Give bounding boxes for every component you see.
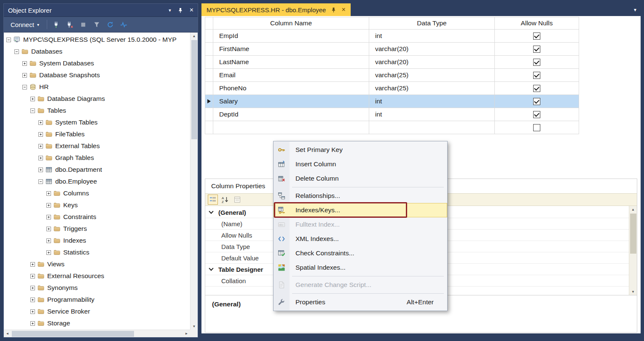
expand-icon[interactable] xyxy=(30,262,35,267)
column-name-cell[interactable]: PhoneNo xyxy=(213,82,369,95)
expand-icon[interactable] xyxy=(46,191,51,196)
allow-nulls-cell[interactable] xyxy=(495,121,579,134)
allow-nulls-cell[interactable] xyxy=(495,82,579,95)
tree-item-programmability[interactable]: Programmability xyxy=(4,294,189,306)
properties-scrollbar[interactable]: ▲ ▼ xyxy=(629,206,637,295)
data-type-cell[interactable]: int xyxy=(369,108,495,121)
menu-item-check-constraints[interactable]: Check Constraints... xyxy=(274,246,447,260)
row-selector-cell[interactable] xyxy=(205,108,213,121)
column-header-column-name[interactable]: Column Name xyxy=(213,17,369,30)
tree-item-dbo-employee[interactable]: dbo.Employee xyxy=(4,176,189,187)
expand-icon[interactable] xyxy=(30,309,35,314)
expand-icon[interactable] xyxy=(22,73,27,78)
collapse-icon[interactable] xyxy=(22,85,27,89)
expand-icon[interactable] xyxy=(46,215,51,219)
data-type-cell[interactable]: varchar(20) xyxy=(369,43,495,56)
tree-item-databases[interactable]: Databases xyxy=(4,46,189,57)
tree-item-system-tables[interactable]: System Tables xyxy=(4,116,189,128)
grid-row-phoneno[interactable]: PhoneNovarchar(25) xyxy=(205,82,579,95)
allow-nulls-cell[interactable] xyxy=(495,95,579,108)
allow-nulls-checkbox[interactable] xyxy=(533,124,540,131)
row-selector-cell[interactable] xyxy=(205,56,213,69)
column-name-cell[interactable]: LastName xyxy=(213,56,369,69)
column-name-cell[interactable]: EmpId xyxy=(213,30,369,43)
tree-item-database-snapshots[interactable]: Database Snapshots xyxy=(4,69,189,81)
tree-item-external-resources[interactable]: External Resources xyxy=(4,270,189,282)
row-selector-cell[interactable] xyxy=(205,121,213,134)
tree-item-synonyms[interactable]: Synonyms xyxy=(4,282,189,294)
categorized-icon[interactable] xyxy=(208,195,218,205)
allow-nulls-checkbox[interactable] xyxy=(533,72,540,79)
tree-item-filetables[interactable]: FileTables xyxy=(4,128,189,140)
row-selector-cell[interactable] xyxy=(205,82,213,95)
connect-button[interactable]: Connect ▾ xyxy=(7,19,43,30)
menu-item-xml-indexes[interactable]: XML Indexes... xyxy=(274,232,447,246)
expand-icon[interactable] xyxy=(22,61,27,66)
expand-icon[interactable] xyxy=(30,321,35,326)
expand-icon[interactable] xyxy=(46,238,51,243)
column-name-cell[interactable]: DeptId xyxy=(213,108,369,121)
data-type-cell[interactable] xyxy=(369,121,495,134)
column-name-cell[interactable] xyxy=(213,121,369,134)
row-selector-cell[interactable] xyxy=(205,69,213,82)
menu-item-insert-column[interactable]: Insert Column xyxy=(274,157,447,171)
tree-horizontal-scrollbar[interactable]: ◄ ► xyxy=(4,330,190,337)
expand-icon[interactable] xyxy=(46,203,51,208)
allow-nulls-checkbox[interactable] xyxy=(533,46,540,53)
tab-pin-icon[interactable] xyxy=(331,7,336,13)
collapse-icon[interactable] xyxy=(30,108,35,113)
allow-nulls-checkbox[interactable] xyxy=(533,111,540,118)
data-type-cell[interactable]: int xyxy=(369,30,495,43)
tree-item-graph-tables[interactable]: Graph Tables xyxy=(4,152,189,164)
refresh-icon[interactable] xyxy=(105,19,115,30)
menu-item-properties[interactable]: PropertiesAlt+Enter xyxy=(274,295,447,309)
expand-icon[interactable] xyxy=(46,227,51,231)
tree-item-statistics[interactable]: Statistics xyxy=(4,246,189,258)
column-name-cell[interactable]: FirstName xyxy=(213,43,369,56)
collapse-icon[interactable] xyxy=(38,179,43,184)
allow-nulls-checkbox[interactable] xyxy=(533,85,540,92)
collapse-icon[interactable] xyxy=(6,38,11,42)
tree-item-mypc-sqlexpress-sql-server-15-0-2000-myp[interactable]: MYPC\SQLEXPRESS (SQL Server 15.0.2000 - … xyxy=(4,34,189,46)
grid-row-deptid[interactable]: DeptIdint xyxy=(205,108,579,121)
tab-close-icon[interactable]: × xyxy=(341,6,345,13)
scroll-up-arrow-icon[interactable]: ▲ xyxy=(191,32,198,39)
row-selector-cell[interactable] xyxy=(205,43,213,56)
expand-icon[interactable] xyxy=(46,250,51,255)
allow-nulls-cell[interactable] xyxy=(495,108,579,121)
data-type-cell[interactable]: int xyxy=(369,95,495,108)
property-pages-icon[interactable] xyxy=(232,195,242,205)
close-icon[interactable]: × xyxy=(190,7,193,14)
tree-item-views[interactable]: Views xyxy=(4,258,189,270)
scroll-down-arrow-icon[interactable]: ▼ xyxy=(629,288,637,295)
grid-row-salary[interactable]: Salaryint xyxy=(205,95,579,108)
alphabetical-sort-icon[interactable]: AZ xyxy=(220,195,230,205)
expand-icon[interactable] xyxy=(38,144,43,149)
data-type-cell[interactable]: varchar(25) xyxy=(369,69,495,82)
grid-row-new[interactable] xyxy=(205,121,579,134)
grid-row-firstname[interactable]: FirstNamevarchar(20) xyxy=(205,43,579,56)
expand-icon[interactable] xyxy=(30,286,35,290)
tree-item-storage[interactable]: Storage xyxy=(4,317,189,329)
allow-nulls-cell[interactable] xyxy=(495,30,579,43)
menu-item-spatial-indexes[interactable]: Spatial Indexes... xyxy=(274,260,447,275)
scroll-left-arrow-icon[interactable]: ◄ xyxy=(4,330,11,337)
tree-item-external-tables[interactable]: External Tables xyxy=(4,140,189,152)
document-tab[interactable]: MYPC\SQLEXPRESS.HR - dbo.Employee × xyxy=(201,3,351,16)
tree-item-keys[interactable]: Keys xyxy=(4,199,189,211)
allow-nulls-checkbox[interactable] xyxy=(533,59,540,66)
row-selector-cell[interactable] xyxy=(205,95,213,108)
expand-icon[interactable] xyxy=(38,132,43,137)
expand-icon[interactable] xyxy=(38,168,43,172)
expand-icon[interactable] xyxy=(38,120,43,125)
menu-item-set-primary-key[interactable]: Set Primary Key xyxy=(274,143,447,157)
tree-item-database-diagrams[interactable]: Database Diagrams xyxy=(4,93,189,105)
grid-row-empid[interactable]: EmpIdint xyxy=(205,30,579,43)
scroll-up-arrow-icon[interactable]: ▲ xyxy=(629,206,637,213)
column-name-cell[interactable]: Email xyxy=(213,69,369,82)
properties-scrollbar-thumb[interactable] xyxy=(630,214,636,254)
menu-item-relationships[interactable]: Relationships... xyxy=(274,189,447,203)
tree-vertical-scrollbar[interactable]: ▲ ▼ xyxy=(190,32,198,330)
filter-icon[interactable] xyxy=(92,19,102,30)
column-name-cell[interactable]: Salary xyxy=(213,95,369,108)
